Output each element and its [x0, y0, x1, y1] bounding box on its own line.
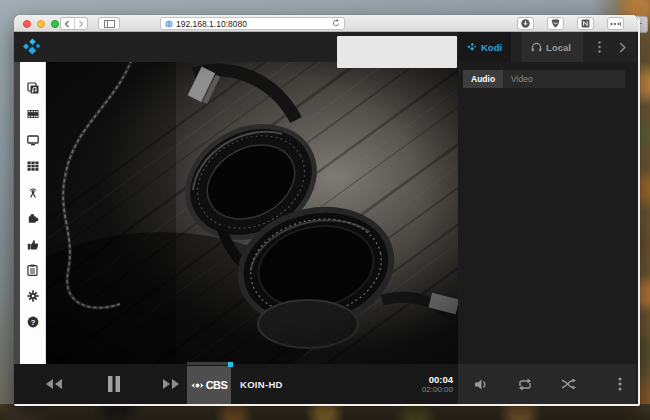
sidebar-item-addons[interactable]	[26, 212, 40, 224]
cbs-eye-icon	[191, 379, 204, 392]
subtab-audio[interactable]: Audio	[463, 70, 503, 88]
browser-window: Kodi Local	[14, 15, 640, 406]
playlist-footer	[458, 364, 636, 404]
dots-vertical-icon	[618, 377, 622, 391]
tv-shows-icon	[27, 135, 39, 146]
window-controls	[23, 20, 59, 28]
sidebar-toggle-button[interactable]	[98, 17, 120, 30]
address-bar[interactable]	[160, 17, 345, 30]
thumbs-up-icon	[27, 239, 39, 250]
dots-vertical-icon[interactable]	[598, 41, 601, 53]
sidebar-item-thumbs-up[interactable]	[26, 238, 40, 250]
more-icon	[610, 22, 621, 26]
forward-icon	[78, 20, 84, 28]
station-label: KOIN-HD	[240, 364, 283, 404]
subtab-video[interactable]: Video	[503, 70, 541, 88]
url-input[interactable]	[176, 19, 329, 29]
headphones-icon	[531, 42, 542, 52]
repeat-button[interactable]	[517, 364, 533, 404]
sidebar-item-tv-shows[interactable]	[26, 134, 40, 146]
now-playing-fanart	[46, 62, 458, 364]
sidebar-item-browser[interactable]	[26, 160, 40, 172]
page-content: Kodi Local	[14, 32, 636, 404]
playlist-subtabs: Audio Video	[463, 70, 625, 88]
live-tv-icon	[27, 186, 39, 198]
browser-icon	[27, 161, 39, 171]
sidebar-item-help[interactable]: ?	[26, 316, 40, 328]
playlists-icon	[27, 264, 38, 276]
kodi-logo-icon[interactable]	[22, 37, 42, 57]
music-icon	[27, 82, 39, 94]
progress-playhead[interactable]	[228, 362, 233, 367]
movies-icon	[27, 109, 39, 119]
progress-track[interactable]	[187, 362, 228, 365]
kodi-icon	[467, 42, 477, 52]
sidebar-icon	[104, 20, 115, 28]
elapsed-time: 00:04	[429, 374, 453, 385]
fast-forward-icon	[162, 378, 181, 390]
shield-button[interactable]	[547, 17, 564, 30]
shuffle-button[interactable]	[561, 364, 577, 404]
search-input[interactable]	[351, 47, 468, 57]
time-display: 00:04 02:00:00	[422, 364, 453, 404]
downloads-button[interactable]	[517, 17, 534, 30]
repeat-icon	[517, 378, 533, 391]
globe-icon	[165, 20, 173, 28]
sidebar-nav: ?	[20, 62, 46, 364]
settings-icon	[27, 290, 39, 302]
close-button[interactable]	[23, 20, 31, 28]
player-bar: CBS KOIN-HD 00:04 02:00:00	[14, 364, 458, 404]
tab-local-label: Local	[546, 42, 571, 53]
forward-button[interactable]	[74, 18, 88, 29]
network-logo-text: CBS	[206, 379, 228, 391]
rewind-button[interactable]	[44, 364, 63, 404]
desktop-wallpaper-foliage-bottom	[0, 404, 650, 420]
right-panel-header-icons	[598, 32, 636, 62]
sidebar-item-settings[interactable]	[26, 290, 40, 302]
sidebar-item-live-tv[interactable]	[26, 186, 40, 198]
minimize-button[interactable]	[37, 20, 45, 28]
tab-local[interactable]: Local	[522, 32, 583, 62]
back-button[interactable]	[61, 18, 74, 29]
addons-icon	[27, 212, 39, 224]
volume-button[interactable]	[474, 364, 489, 404]
player-menu-button[interactable]	[618, 364, 622, 404]
downloads-icon	[521, 19, 530, 28]
sidebar-item-playlists[interactable]	[26, 264, 40, 276]
right-panel-header: Kodi Local	[458, 32, 636, 62]
total-duration: 02:00:00	[422, 385, 453, 394]
back-icon	[64, 20, 70, 28]
volume-icon	[474, 378, 489, 391]
rewind-icon	[44, 378, 63, 390]
shield-icon	[551, 19, 560, 28]
tab-kodi-label: Kodi	[481, 42, 502, 53]
fast-forward-button[interactable]	[162, 364, 181, 404]
toolbar-extension-buttons	[517, 17, 624, 30]
sidebar-item-movies[interactable]	[26, 108, 40, 120]
more-extensions-button[interactable]	[607, 17, 624, 30]
zoom-button[interactable]	[51, 20, 59, 28]
sidebar-item-music[interactable]	[26, 82, 40, 94]
pause-icon	[107, 376, 121, 392]
shuffle-icon	[561, 378, 577, 390]
clipper-icon	[581, 19, 590, 28]
history-nav-group	[60, 17, 88, 30]
browser-titlebar	[14, 15, 638, 32]
help-icon: ?	[27, 316, 39, 328]
svg-text:?: ?	[30, 318, 35, 327]
now-playing-thumbnail[interactable]: CBS	[187, 366, 231, 404]
right-panel-body: Audio Video	[458, 62, 636, 364]
pause-button[interactable]	[107, 364, 121, 404]
reload-icon[interactable]	[332, 19, 340, 28]
chevron-right-icon[interactable]	[619, 42, 626, 53]
search-box[interactable]	[337, 36, 457, 68]
clipper-button[interactable]	[577, 17, 594, 30]
